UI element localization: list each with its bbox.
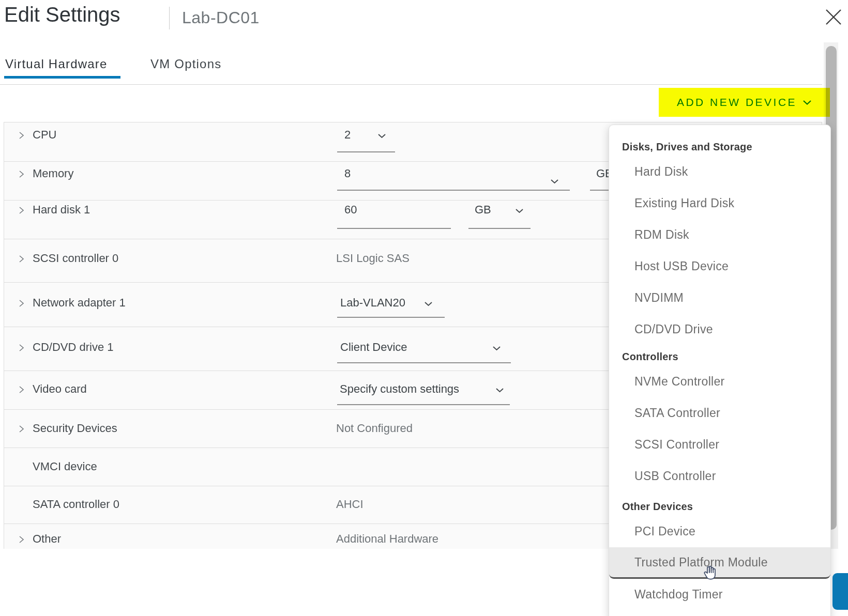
expand-chevron-icon[interactable] — [19, 344, 24, 352]
menu-item-hard-disk[interactable]: Hard Disk — [609, 156, 830, 188]
chevron-down-icon — [802, 100, 812, 105]
dialog-title: Edit Settings — [4, 3, 120, 26]
expand-chevron-icon[interactable] — [19, 255, 24, 263]
menu-section-header: Controllers — [609, 347, 830, 366]
add-device-menu: Disks, Drives and Storage Hard Disk Exis… — [609, 125, 831, 616]
row-value: AHCI — [336, 498, 364, 511]
row-label: Video card — [33, 382, 87, 396]
menu-item-watchdog-timer[interactable]: Watchdog Timer — [609, 579, 830, 610]
row-value: LSI Logic SAS — [336, 252, 410, 265]
network-select[interactable]: Lab-VLAN20 — [340, 296, 405, 310]
menu-item-pci-device[interactable]: PCI Device — [609, 516, 830, 547]
row-label: Hard disk 1 — [33, 203, 90, 217]
expand-chevron-icon[interactable] — [19, 170, 24, 178]
menu-item-existing-hard-disk[interactable]: Existing Hard Disk — [609, 188, 830, 219]
menu-item-trusted-platform-module[interactable]: Trusted Platform Module — [609, 547, 830, 579]
disk-size-input[interactable]: 60 — [344, 203, 357, 217]
input-underline — [337, 362, 511, 363]
menu-item-sata-controller[interactable]: SATA Controller — [609, 397, 830, 429]
chevron-down-icon[interactable] — [492, 346, 501, 351]
menu-item-cd-dvd-drive[interactable]: CD/DVD Drive — [609, 314, 830, 345]
cd-dvd-select[interactable]: Client Device — [340, 341, 407, 354]
row-label: Network adapter 1 — [33, 296, 126, 310]
tab-virtual-hardware[interactable]: Virtual Hardware — [5, 57, 108, 71]
chevron-down-icon[interactable] — [495, 388, 504, 393]
chevron-down-icon[interactable] — [550, 179, 559, 184]
row-value: Additional Hardware — [336, 532, 438, 546]
row-label: Memory — [33, 167, 73, 180]
tab-vm-options[interactable]: VM Options — [150, 57, 221, 71]
edit-settings-dialog: Edit Settings Lab-DC01 Virtual Hardware … — [0, 0, 848, 616]
menu-section-header: Other Devices — [609, 497, 830, 516]
menu-item-rdm-disk[interactable]: RDM Disk — [609, 219, 830, 251]
expand-chevron-icon[interactable] — [19, 535, 24, 544]
expand-chevron-icon[interactable] — [19, 206, 24, 214]
row-label: Other — [33, 532, 61, 546]
video-card-select[interactable]: Specify custom settings — [340, 382, 459, 396]
active-tab-underline — [4, 76, 120, 79]
menu-item-nvme-controller[interactable]: NVMe Controller — [609, 366, 830, 397]
row-label: VMCI device — [33, 460, 97, 473]
tabbar-border — [0, 84, 822, 85]
ok-button[interactable] — [832, 573, 848, 610]
chevron-down-icon[interactable] — [424, 301, 433, 306]
expand-chevron-icon[interactable] — [19, 386, 24, 394]
expand-chevron-icon[interactable] — [19, 131, 24, 140]
close-icon[interactable] — [825, 9, 842, 25]
input-underline — [468, 228, 531, 229]
input-underline — [337, 404, 510, 405]
vm-name: Lab-DC01 — [182, 8, 260, 27]
input-underline — [337, 151, 395, 152]
input-underline — [337, 228, 451, 229]
menu-item-nvdimm[interactable]: NVDIMM — [609, 282, 830, 314]
add-new-device-button[interactable]: ADD NEW DEVICE — [659, 88, 830, 117]
cpu-count-select[interactable]: 2 — [344, 128, 351, 142]
disk-unit-select[interactable]: GB — [475, 203, 491, 217]
chevron-down-icon[interactable] — [515, 208, 524, 213]
input-underline — [337, 317, 445, 318]
row-label: SATA controller 0 — [33, 498, 119, 511]
row-label: SCSI controller 0 — [33, 252, 118, 265]
menu-section-header: Disks, Drives and Storage — [609, 137, 830, 156]
menu-item-host-usb-device[interactable]: Host USB Device — [609, 251, 830, 282]
row-label: CPU — [33, 128, 56, 142]
row-label: CD/DVD drive 1 — [33, 341, 113, 354]
expand-chevron-icon[interactable] — [19, 425, 24, 433]
input-underline — [337, 190, 570, 191]
menu-item-scsi-controller[interactable]: SCSI Controller — [609, 429, 830, 460]
chevron-down-icon[interactable] — [377, 133, 386, 138]
menu-item-usb-controller[interactable]: USB Controller — [609, 460, 830, 492]
expand-chevron-icon[interactable] — [19, 299, 24, 307]
row-label: Security Devices — [33, 422, 117, 435]
row-value: Not Configured — [336, 422, 413, 435]
title-separator — [169, 7, 170, 29]
memory-size-input[interactable]: 8 — [344, 167, 351, 180]
add-new-device-label: ADD NEW DEVICE — [677, 96, 797, 109]
